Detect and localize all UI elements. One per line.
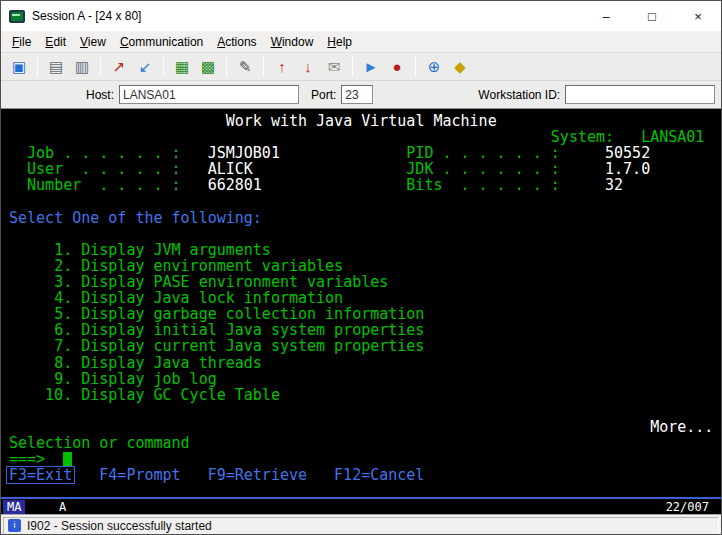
minimize-button[interactable]: – bbox=[583, 1, 629, 31]
number-bits-row: Number . . . . : 662801 Bits . . . . . :… bbox=[9, 177, 721, 193]
menu-option-row: 1. Display JVM arguments bbox=[9, 242, 721, 258]
number-value: 662801 bbox=[208, 177, 262, 193]
close-button[interactable]: × bbox=[675, 1, 721, 31]
menu-option-row: 10. Display GC Cycle Table bbox=[9, 387, 721, 403]
jdk-value: 1.7.0 bbox=[605, 161, 650, 177]
menu-window[interactable]: Window bbox=[264, 33, 321, 51]
menu-help[interactable]: Help bbox=[320, 33, 359, 51]
menu-option-row: 8. Display Java threads bbox=[9, 355, 721, 371]
copy-icon[interactable]: ▤ bbox=[44, 56, 68, 78]
terminal-screen[interactable]: Work with Java Virtual Machine System: L… bbox=[1, 109, 721, 497]
host-bar: Host: Port: Workstation ID: bbox=[1, 81, 721, 109]
menu-communication[interactable]: Communication bbox=[113, 33, 210, 51]
menu-option-row: 3. Display PASE environment variables bbox=[9, 274, 721, 290]
title-bar: Session A - [24 x 80] – □ × bbox=[1, 1, 721, 31]
menu-option-row: 4. Display Java lock information bbox=[9, 290, 721, 306]
host-label: Host: bbox=[86, 88, 114, 102]
option-number: 8. bbox=[36, 355, 72, 371]
job-label: Job . . . . . . : bbox=[27, 145, 181, 161]
edit-macro-icon[interactable]: ✎ bbox=[233, 56, 257, 78]
menu-bar: File Edit View Communication Actions Win… bbox=[1, 31, 721, 53]
tool-bar: ▣ ▤ ▥ ↗ ↙ ▦ ▩ ✎ ↑ ↓ ✉ ► ● ⊕ ◆ bbox=[1, 53, 721, 81]
emulator-window: Session A - [24 x 80] – □ × File Edit Vi… bbox=[0, 0, 722, 535]
fkey-f9-retrieve[interactable]: F9=Retrieve bbox=[208, 467, 307, 483]
display-colors-icon[interactable]: ▦ bbox=[170, 56, 194, 78]
menu-option-row: 5. Display garbage collection informatio… bbox=[9, 306, 721, 322]
toolbar-separator bbox=[415, 57, 416, 77]
workstation-id-label: Workstation ID: bbox=[478, 88, 560, 102]
send-screen-icon[interactable]: ↗ bbox=[107, 56, 131, 78]
oia-keyboard-indicator: A bbox=[59, 500, 66, 514]
option-text: Display Java lock information bbox=[81, 290, 343, 306]
app-icon bbox=[9, 10, 25, 23]
option-text: Display initial Java system properties bbox=[81, 322, 424, 338]
play-macro-icon[interactable]: ► bbox=[359, 56, 383, 78]
menu-option-row: 2. Display environment variables bbox=[9, 258, 721, 274]
fkey-f4-prompt[interactable]: F4=Prompt bbox=[99, 467, 180, 483]
jdk-label: JDK . . . . . . : bbox=[406, 161, 560, 177]
option-text: Display Java threads bbox=[81, 355, 262, 371]
record-macro-icon[interactable]: ● bbox=[385, 56, 409, 78]
index-icon[interactable]: ◆ bbox=[448, 56, 472, 78]
option-number: 2. bbox=[36, 258, 72, 274]
new-session-icon[interactable]: ▣ bbox=[7, 56, 31, 78]
toolbar-separator bbox=[163, 57, 164, 77]
system-label: System: bbox=[551, 129, 614, 145]
option-number: 10. bbox=[36, 387, 72, 403]
option-number: 5. bbox=[36, 306, 72, 322]
user-jdk-row: User . . . . . : ALICK JDK . . . . . . :… bbox=[9, 161, 721, 177]
host-input[interactable] bbox=[119, 85, 299, 104]
receive-file-icon[interactable]: ↓ bbox=[296, 56, 320, 78]
more-row: More... bbox=[9, 419, 721, 435]
toolbar-separator bbox=[352, 57, 353, 77]
oia-cursor-position: 22/007 bbox=[666, 500, 709, 514]
bits-label: Bits . . . . . : bbox=[406, 177, 560, 193]
display-setup-icon[interactable]: ▩ bbox=[196, 56, 220, 78]
text-cursor bbox=[63, 452, 72, 466]
menu-edit[interactable]: Edit bbox=[38, 33, 73, 51]
toolbar-separator bbox=[100, 57, 101, 77]
fkey-f12-cancel[interactable]: F12=Cancel bbox=[334, 467, 424, 483]
receive-screen-icon[interactable]: ↙ bbox=[133, 56, 157, 78]
workstation-id-input[interactable] bbox=[565, 85, 715, 104]
web-browser-icon[interactable]: ⊕ bbox=[422, 56, 446, 78]
user-value: ALICK bbox=[208, 161, 253, 177]
job-value: JSMJOB01 bbox=[208, 145, 280, 161]
option-text: Display JVM arguments bbox=[81, 242, 271, 258]
option-number: 7. bbox=[36, 338, 72, 354]
menu-option-row: 6. Display initial Java system propertie… bbox=[9, 322, 721, 338]
option-text: Display current Java system properties bbox=[81, 338, 424, 354]
menu-option-row: 7. Display current Java system propertie… bbox=[9, 338, 721, 354]
menu-view[interactable]: View bbox=[73, 33, 113, 51]
option-number: 9. bbox=[36, 371, 72, 387]
port-input[interactable] bbox=[341, 85, 373, 104]
oia-system-available: MA bbox=[3, 500, 25, 514]
job-pid-row: Job . . . . . . : JSMJOB01 PID . . . . .… bbox=[9, 145, 721, 161]
option-text: Display environment variables bbox=[81, 258, 343, 274]
user-label: User . . . . . : bbox=[27, 161, 181, 177]
menu-option-row: 9. Display job log bbox=[9, 371, 721, 387]
select-prompt-row: Select One of the following: bbox=[9, 210, 721, 226]
send-file-icon[interactable]: ↑ bbox=[270, 56, 294, 78]
system-value: LANSA01 bbox=[641, 129, 704, 145]
command-line-row[interactable]: ===> bbox=[9, 451, 721, 467]
toolbar-separator bbox=[226, 57, 227, 77]
status-bar: i I902 - Session successfully started bbox=[1, 514, 721, 535]
option-number: 6. bbox=[36, 322, 72, 338]
command-prompt: ===> bbox=[9, 451, 45, 467]
transfer-file-icon[interactable]: ✉ bbox=[322, 56, 346, 78]
toolbar-separator bbox=[263, 57, 264, 77]
option-text: Display garbage collection information bbox=[81, 306, 424, 322]
maximize-button[interactable]: □ bbox=[629, 1, 675, 31]
menu-actions[interactable]: Actions bbox=[210, 33, 263, 51]
option-number: 4. bbox=[36, 290, 72, 306]
status-info-icon: i bbox=[8, 519, 21, 532]
fkey-f3-exit[interactable]: F3=Exit bbox=[6, 466, 75, 484]
option-text: Display PASE environment variables bbox=[81, 274, 388, 290]
terminal-title-row: Work with Java Virtual Machine bbox=[9, 113, 721, 129]
menu-file[interactable]: File bbox=[5, 33, 38, 51]
bits-value: 32 bbox=[605, 177, 623, 193]
paste-icon[interactable]: ▥ bbox=[70, 56, 94, 78]
screen-title: Work with Java Virtual Machine bbox=[226, 113, 497, 129]
more-indicator: More... bbox=[650, 419, 713, 435]
